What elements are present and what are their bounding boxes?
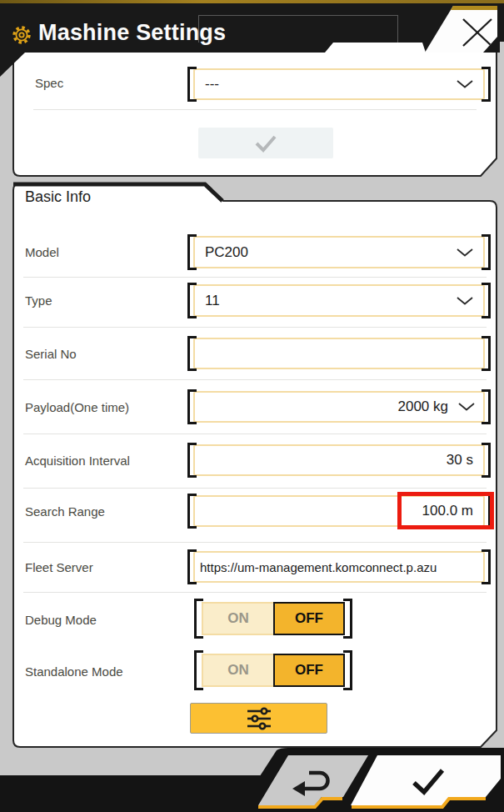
- fleet-server-label: Fleet Server: [25, 560, 93, 574]
- payload-value: 2000 kg: [398, 398, 449, 415]
- chevron-down-icon: [457, 80, 473, 88]
- payload-select[interactable]: 2000 kg: [193, 391, 485, 423]
- standalone-mode-toggle: ON OFF: [202, 654, 345, 687]
- search-range-highlight-box: [397, 492, 494, 529]
- close-button-gold-trim: [448, 6, 504, 10]
- chevron-down-icon: [457, 297, 473, 305]
- advanced-settings-button[interactable]: [190, 703, 327, 734]
- standalone-mode-off-option[interactable]: OFF: [273, 654, 345, 687]
- search-range-label: Search Range: [25, 504, 105, 519]
- type-label: Type: [25, 293, 52, 308]
- row-divider: [23, 488, 487, 489]
- spec-apply-button[interactable]: [198, 128, 333, 158]
- model-label: Model: [25, 245, 59, 259]
- spec-label: Spec: [35, 76, 63, 90]
- tune-sliders-icon: [242, 707, 276, 730]
- basic-info-title: Basic Info: [25, 188, 91, 206]
- type-value: 11: [195, 293, 220, 309]
- header-ghost-outline: [198, 15, 398, 43]
- debug-mode-off-option[interactable]: OFF: [273, 602, 345, 635]
- model-select[interactable]: PC200: [193, 236, 485, 268]
- chevron-down-icon: [458, 403, 475, 411]
- serial-no-field: [193, 338, 485, 369]
- serial-no-input[interactable]: [195, 339, 483, 368]
- row-divider: [23, 592, 487, 593]
- acquisition-interval-field: [193, 444, 485, 476]
- gear-icon: [10, 23, 33, 47]
- fleet-server-field: [193, 551, 485, 583]
- fleet-server-input[interactable]: [195, 553, 483, 581]
- debug-mode-toggle: ON OFF: [202, 602, 345, 635]
- row-divider: [23, 379, 487, 380]
- chevron-down-icon: [457, 248, 473, 257]
- spec-value: ---: [195, 76, 219, 93]
- model-value: PC200: [195, 244, 248, 261]
- row-divider: [23, 542, 487, 543]
- confirm-button[interactable]: [351, 755, 504, 807]
- type-select[interactable]: 11: [193, 284, 485, 317]
- standalone-mode-on-option[interactable]: ON: [202, 654, 273, 687]
- row-divider: [23, 434, 487, 434]
- acquisition-interval-label: Acquisition Interval: [25, 454, 130, 468]
- debug-mode-label: Debug Mode: [25, 613, 97, 627]
- acquisition-interval-input[interactable]: [195, 446, 483, 474]
- payload-label: Payload(One time): [25, 400, 129, 414]
- standalone-mode-label: Standalone Mode: [25, 664, 123, 679]
- row-divider: [23, 277, 487, 278]
- serial-no-label: Serial No: [25, 347, 77, 361]
- close-icon: [457, 16, 495, 49]
- machine-settings-dialog: Mashine Settings Spec --- Basic Info Mod…: [0, 0, 504, 812]
- top-gold-trim: [0, 0, 504, 3]
- spec-divider: [33, 109, 477, 110]
- row-divider: [23, 327, 487, 328]
- check-icon: [252, 133, 280, 154]
- spec-select[interactable]: ---: [193, 68, 485, 100]
- debug-mode-on-option[interactable]: ON: [202, 602, 273, 635]
